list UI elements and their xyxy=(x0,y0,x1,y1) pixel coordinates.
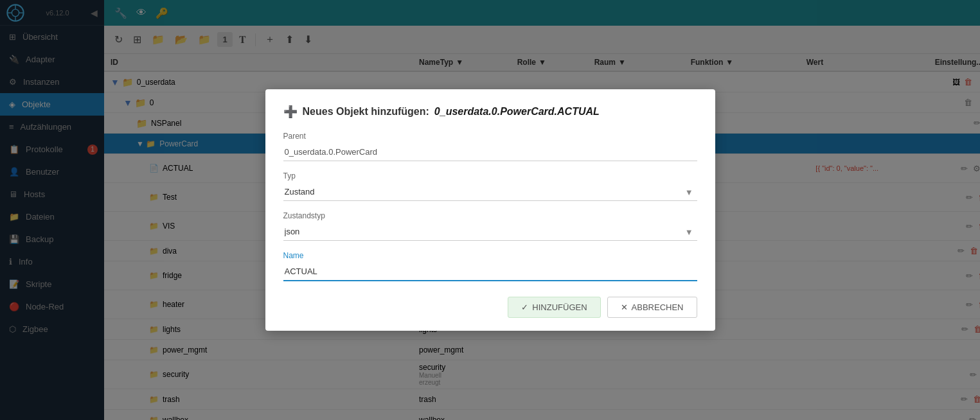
name-input[interactable] xyxy=(283,263,697,281)
modal-title-path: 0_userdata.0.PowerCard.ACTUAL xyxy=(434,106,600,118)
state-type-select-wrapper: json boolean number string array object … xyxy=(283,223,697,241)
parent-input[interactable] xyxy=(283,143,697,161)
modal-actions: ✓ HINZUFÜGEN ✕ ABBRECHEN xyxy=(283,297,697,318)
modal-title: ➕ Neues Objekt hinzufügen: 0_userdata.0.… xyxy=(283,105,697,119)
name-label: Name xyxy=(283,251,697,260)
add-object-button[interactable]: ✓ HINZUFÜGEN xyxy=(508,297,600,318)
parent-field: Parent xyxy=(283,132,697,161)
type-label: Typ xyxy=(283,171,697,180)
checkmark-icon: ✓ xyxy=(521,302,528,312)
modal-title-prefix: Neues Objekt hinzufügen: xyxy=(303,106,429,118)
type-field: Typ Zustand Kanal Gerät Ordner Meta ▼ xyxy=(283,171,697,201)
parent-label: Parent xyxy=(283,132,697,141)
x-icon: ✕ xyxy=(621,302,628,312)
cancel-button-label: ABBRECHEN xyxy=(632,302,684,312)
type-select-wrapper: Zustand Kanal Gerät Ordner Meta ▼ xyxy=(283,183,697,201)
plus-icon: ➕ xyxy=(283,105,298,119)
state-type-label: Zustandstyp xyxy=(283,211,697,220)
type-select[interactable]: Zustand Kanal Gerät Ordner Meta xyxy=(283,183,697,200)
add-object-modal: ➕ Neues Objekt hinzufügen: 0_userdata.0.… xyxy=(265,89,715,331)
modal-overlay: ➕ Neues Objekt hinzufügen: 0_userdata.0.… xyxy=(0,0,980,420)
add-button-label: HINZUFÜGEN xyxy=(532,302,587,312)
cancel-button[interactable]: ✕ ABBRECHEN xyxy=(607,297,697,318)
name-field: Name xyxy=(283,251,697,281)
state-type-field: Zustandstyp json boolean number string a… xyxy=(283,211,697,241)
state-type-select[interactable]: json boolean number string array object … xyxy=(283,223,697,240)
